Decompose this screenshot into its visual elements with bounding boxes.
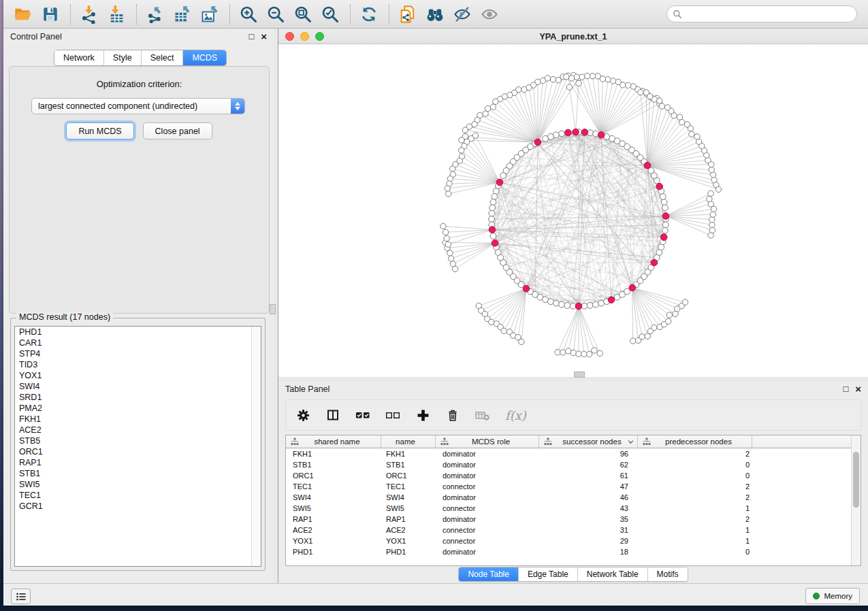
find-button[interactable]	[423, 3, 447, 26]
export-network-button[interactable]	[144, 3, 167, 26]
table-cell: 61	[539, 472, 638, 480]
table-row[interactable]: SWI5SWI5connector431	[286, 503, 861, 514]
network-canvas[interactable]	[278, 44, 868, 377]
import-table-button[interactable]	[105, 3, 128, 26]
table-row[interactable]: ORC1ORC1dominator610	[286, 470, 861, 481]
tab-network[interactable]: Network	[54, 50, 104, 65]
mcds-result-item[interactable]: RAP1	[15, 457, 261, 468]
cytoscape-window: Control Panel □ × Network Style Select M…	[3, 0, 868, 606]
table-row[interactable]: YOX1YOX1connector291	[286, 535, 861, 546]
delete-table-button[interactable]	[475, 408, 490, 423]
task-history-button[interactable]	[11, 589, 31, 604]
export-image-button[interactable]	[198, 3, 221, 26]
mcds-result-item[interactable]: FKH1	[15, 414, 261, 425]
duplicate-network-button[interactable]	[396, 3, 419, 26]
close-panel-icon[interactable]: ×	[261, 31, 267, 42]
vertical-splitter-handle[interactable]	[270, 304, 276, 314]
open-session-button[interactable]	[12, 3, 35, 26]
show-all-button[interactable]	[478, 3, 501, 26]
column-header-name[interactable]: name	[381, 435, 436, 448]
column-header-successor-nodes[interactable]: successor nodes	[539, 435, 638, 448]
tab-select[interactable]: Select	[142, 50, 184, 65]
deselect-all-checks-button[interactable]	[385, 408, 400, 423]
tab-network-table[interactable]: Network Table	[578, 567, 648, 581]
column-header-predecessor-nodes[interactable]: predecessor nodes	[638, 435, 752, 448]
mcds-result-item[interactable]: STB1	[15, 468, 261, 479]
zoom-fit-icon	[293, 5, 312, 24]
tab-mcds[interactable]: MCDS	[183, 50, 226, 65]
horizontal-splitter-handle[interactable]	[574, 371, 585, 378]
table-row[interactable]: FKH1FKH1dominator962	[286, 448, 861, 459]
close-window-icon[interactable]	[285, 32, 294, 41]
mcds-result-item[interactable]: SWI4	[15, 381, 261, 392]
float-panel-icon[interactable]: □	[248, 32, 254, 41]
table-row[interactable]: RAP1RAP1dominator352	[286, 514, 861, 525]
export-image-icon	[200, 5, 219, 24]
table-row[interactable]: PHD1PHD1dominator180	[286, 546, 861, 557]
import-network-button[interactable]	[78, 3, 101, 26]
function-builder-button[interactable]: f(x)	[505, 408, 526, 423]
close-table-panel-icon[interactable]: ×	[855, 384, 861, 394]
mcds-result-item[interactable]: CAR1	[15, 337, 261, 348]
float-table-panel-icon[interactable]: □	[843, 384, 848, 393]
tab-motifs[interactable]: Motifs	[648, 567, 688, 581]
memory-button[interactable]: Memory	[805, 588, 860, 604]
tab-style[interactable]: Style	[104, 50, 142, 65]
zoom-selected-button[interactable]	[319, 3, 342, 26]
mcds-result-item[interactable]: TEC1	[15, 490, 261, 501]
zoom-selected-icon	[321, 5, 340, 24]
search-input[interactable]	[682, 10, 856, 19]
mcds-result-item[interactable]: SRD1	[15, 392, 261, 403]
table-row[interactable]: SWI4SWI4dominator462	[286, 492, 861, 503]
mcds-result-item[interactable]: STB5	[15, 435, 261, 446]
mcds-result-list[interactable]: PHD1CAR1STP4TID3YOX1SWI4SRD1PMA2FKH1ACE2…	[14, 326, 261, 567]
tab-edge-table[interactable]: Edge Table	[519, 567, 578, 581]
result-list-scrollbar[interactable]	[251, 327, 261, 566]
table-cell: 1	[638, 504, 752, 512]
table-cell: dominator	[436, 450, 539, 458]
table-row[interactable]: STB1STB1dominator620	[286, 459, 861, 470]
binoculars-icon	[425, 4, 445, 24]
zoom-in-button[interactable]	[237, 3, 260, 26]
save-session-button[interactable]	[39, 3, 62, 26]
export-table-button[interactable]	[171, 3, 194, 26]
columns-icon	[327, 409, 339, 421]
zoom-fit-button[interactable]	[291, 3, 315, 26]
tab-node-table[interactable]: Node Table	[459, 567, 519, 581]
column-header-mcds-role[interactable]: MCDS role	[436, 435, 539, 448]
status-bar: Memory	[3, 583, 868, 606]
mcds-result-item[interactable]: GCR1	[15, 501, 261, 512]
criterion-dropdown[interactable]: largest connected component (undirected)	[31, 98, 245, 114]
add-column-button[interactable]	[415, 408, 430, 423]
close-panel-button[interactable]: Close panel	[143, 122, 212, 139]
table-row[interactable]: TEC1TEC1connector472	[286, 481, 861, 492]
table-row[interactable]: ACE2ACE2connector311	[286, 525, 861, 535]
mcds-result-item[interactable]: ACE2	[15, 425, 261, 435]
maximize-window-icon[interactable]	[315, 32, 324, 41]
vertical-splitter[interactable]	[274, 29, 278, 583]
delete-column-button[interactable]	[445, 408, 460, 423]
show-columns-button[interactable]	[325, 408, 340, 423]
run-mcds-button[interactable]: Run MCDS	[66, 122, 133, 139]
plus-icon	[417, 409, 430, 422]
mcds-result-item[interactable]: SWI5	[15, 479, 261, 490]
refresh-view-button[interactable]	[357, 3, 381, 26]
select-all-checks-button[interactable]	[355, 408, 370, 423]
mcds-result-item[interactable]: YOX1	[15, 370, 261, 381]
table-scrollbar[interactable]	[851, 435, 861, 565]
mcds-result-item[interactable]: PMA2	[15, 403, 261, 414]
table-options-button[interactable]	[295, 408, 310, 423]
search-field[interactable]	[666, 5, 857, 22]
node-table: shared name name MCDS role successor nod…	[285, 435, 861, 566]
mcds-result-item[interactable]: PHD1	[15, 327, 261, 337]
tree-icon	[291, 437, 299, 446]
hide-selected-button[interactable]	[451, 3, 474, 26]
mcds-result-item[interactable]: STP4	[15, 348, 261, 359]
mcds-result-item[interactable]: TID3	[15, 359, 261, 370]
column-header-shared-name[interactable]: shared name	[286, 435, 381, 448]
table-cell: TEC1	[286, 482, 381, 491]
zoom-out-button[interactable]	[264, 3, 287, 26]
table-scrollbar-thumb[interactable]	[853, 452, 859, 508]
minimize-window-icon[interactable]	[300, 32, 309, 41]
mcds-result-item[interactable]: ORC1	[15, 446, 261, 457]
